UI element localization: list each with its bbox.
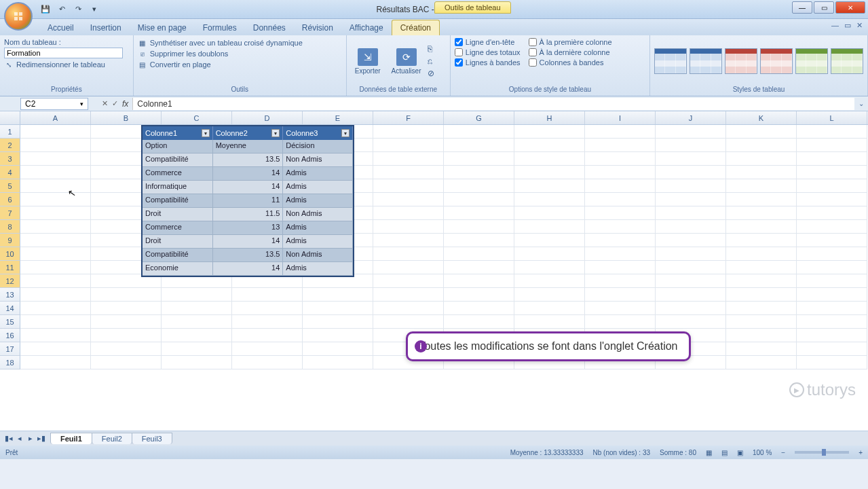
expand-formula-icon[interactable]: ⌄ (854, 100, 868, 107)
cell[interactable] (585, 179, 656, 193)
ext-icon-1[interactable]: ⎘ (428, 44, 434, 54)
table-header-cell[interactable]: Colonne3▾ (283, 126, 353, 140)
style-swatch-blue-1[interactable] (654, 48, 687, 74)
cell[interactable] (444, 288, 514, 302)
cell[interactable] (656, 139, 726, 152)
table-cell[interactable]: Non Admis (283, 208, 353, 221)
cell[interactable] (797, 139, 867, 152)
cell[interactable] (656, 179, 726, 193)
tab-création[interactable]: Création (392, 20, 440, 35)
cell[interactable] (232, 356, 303, 369)
tab-mise-en-page[interactable]: Mise en page (130, 20, 195, 35)
col-header-A[interactable]: A (20, 111, 91, 124)
zoom-in-icon[interactable]: + (858, 449, 863, 456)
export-button[interactable]: ⇲Exporter (351, 47, 385, 76)
cell[interactable] (726, 193, 797, 206)
cell[interactable] (656, 247, 726, 261)
cell[interactable] (726, 288, 797, 302)
cell[interactable] (726, 152, 797, 166)
cell[interactable] (303, 315, 373, 329)
cell[interactable] (726, 166, 797, 179)
table-cell[interactable]: 13 (213, 221, 284, 235)
cell[interactable] (797, 274, 867, 288)
cell[interactable] (20, 179, 91, 193)
cell[interactable] (726, 302, 797, 315)
cell[interactable] (444, 274, 514, 288)
cell[interactable] (444, 179, 514, 193)
cell[interactable] (656, 261, 726, 274)
style-swatch-red-2[interactable] (760, 48, 793, 74)
cell[interactable] (797, 166, 867, 179)
sheet-nav-prev[interactable]: ◂ (15, 434, 24, 443)
cell[interactable] (656, 206, 726, 220)
cell[interactable] (514, 166, 585, 179)
row-header-5[interactable]: 5 (0, 179, 20, 193)
cell[interactable] (20, 166, 91, 179)
cell[interactable] (20, 274, 91, 288)
cell[interactable] (303, 302, 373, 315)
table-cell[interactable]: Décision (283, 140, 353, 153)
cell[interactable] (726, 261, 797, 274)
cell[interactable] (91, 356, 162, 369)
cell[interactable] (797, 302, 867, 315)
cell[interactable] (585, 234, 656, 247)
cell[interactable] (20, 125, 91, 139)
cell[interactable] (373, 302, 444, 315)
cell[interactable] (726, 274, 797, 288)
cell[interactable] (726, 139, 797, 152)
cell[interactable] (726, 315, 797, 329)
tab-accueil[interactable]: Accueil (39, 20, 82, 35)
cell[interactable] (373, 152, 444, 166)
cell[interactable] (585, 288, 656, 302)
cell[interactable] (797, 179, 867, 193)
cell[interactable] (585, 315, 656, 329)
cell[interactable] (726, 356, 797, 369)
cell[interactable] (514, 139, 585, 152)
cell[interactable] (373, 288, 444, 302)
cell[interactable] (20, 261, 91, 274)
cell[interactable] (232, 288, 303, 302)
sheet-nav-next[interactable]: ▸ (26, 434, 35, 443)
style-swatch-green-2[interactable] (831, 48, 863, 74)
filter-dropdown-icon[interactable]: ▾ (202, 129, 210, 137)
cell[interactable] (20, 234, 91, 247)
cell[interactable] (20, 356, 91, 369)
maximize-button[interactable]: ▭ (814, 1, 834, 14)
cell[interactable] (585, 193, 656, 206)
cell[interactable] (797, 247, 867, 261)
table-cell[interactable]: Moyenne (213, 140, 284, 153)
fx-icon[interactable]: fx (122, 99, 128, 109)
cell[interactable] (656, 302, 726, 315)
cell[interactable] (373, 206, 444, 220)
cell[interactable] (514, 125, 585, 139)
chk-total-row-box[interactable] (455, 48, 463, 56)
cell[interactable] (656, 166, 726, 179)
table-cell[interactable]: 14 (213, 262, 284, 276)
table-cell[interactable]: 14 (213, 181, 284, 194)
table-header-cell[interactable]: Colonne1▾ (143, 126, 213, 140)
chk-header-row[interactable]: Ligne d'en-tête (455, 38, 521, 46)
table-cell[interactable]: Non Admis (283, 153, 353, 167)
cell[interactable] (444, 247, 514, 261)
close-button[interactable]: ✕ (835, 1, 865, 14)
ext-icon-3[interactable]: ⊘ (428, 69, 434, 78)
cell[interactable] (726, 206, 797, 220)
tab-formules[interactable]: Formules (195, 20, 245, 35)
cell[interactable] (444, 315, 514, 329)
refresh-button[interactable]: ⟳Actualiser (388, 47, 426, 76)
cell[interactable] (514, 302, 585, 315)
view-break-icon[interactable]: ▣ (737, 449, 743, 456)
undo-icon[interactable]: ↶ (56, 3, 68, 16)
sheet-tab-feuil1[interactable]: Feuil1 (50, 433, 92, 444)
cell[interactable] (373, 220, 444, 234)
table-cell[interactable]: Compatibilité (143, 249, 213, 262)
ext-icon-2[interactable]: ⎌ (428, 56, 434, 66)
cell[interactable] (373, 274, 444, 288)
cell[interactable] (303, 329, 373, 342)
formula-input[interactable]: Colonne1 (132, 98, 854, 110)
table-cell[interactable]: Option (143, 140, 213, 153)
cell[interactable] (585, 125, 656, 139)
cell[interactable] (585, 302, 656, 315)
table-cell[interactable]: 14 (213, 235, 284, 249)
cell[interactable] (20, 342, 91, 356)
